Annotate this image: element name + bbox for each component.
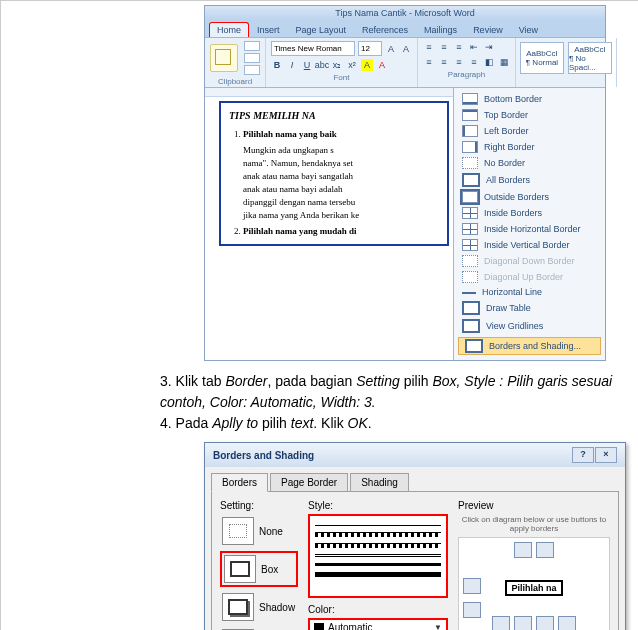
- preview-left-button[interactable]: [463, 602, 481, 618]
- menu-item-label: Borders and Shading...: [489, 341, 581, 351]
- tab-insert[interactable]: Insert: [249, 22, 288, 37]
- subscript-icon[interactable]: x₂: [331, 59, 343, 71]
- setting-shadow[interactable]: Shadow: [220, 591, 298, 623]
- tab-review[interactable]: Review: [465, 22, 511, 37]
- menu-item-borders-and-shading[interactable]: Borders and Shading...: [458, 337, 601, 355]
- menu-item-horizontal-line[interactable]: Horizontal Line: [454, 285, 605, 299]
- menu-item-inside-horizontal-border[interactable]: Inside Horizontal Border: [454, 221, 605, 237]
- numbering-icon[interactable]: ≡: [438, 41, 450, 53]
- menu-item-label: Draw Table: [486, 303, 531, 313]
- grow-font-icon[interactable]: A: [385, 43, 397, 55]
- tab-mailings[interactable]: Mailings: [416, 22, 465, 37]
- preview-sample-text: Pilihlah na: [505, 580, 562, 596]
- menu-item-diagonal-up-border: Diagonal Up Border: [454, 269, 605, 285]
- tab-home[interactable]: Home: [209, 22, 249, 37]
- menu-item-bottom-border[interactable]: Bottom Border: [454, 91, 605, 107]
- setting-label: None: [259, 526, 283, 537]
- superscript-icon[interactable]: x²: [346, 59, 358, 71]
- border-preview-icon: [462, 223, 478, 235]
- highlight-icon[interactable]: A: [361, 59, 373, 71]
- cut-icon[interactable]: [244, 41, 260, 51]
- close-button[interactable]: ×: [595, 447, 617, 463]
- tab-page-border[interactable]: Page Border: [270, 473, 348, 491]
- font-name-select[interactable]: Times New Roman: [271, 41, 355, 56]
- preview-bottom-button[interactable]: [492, 616, 510, 630]
- menu-item-label: All Borders: [486, 175, 530, 185]
- indent-inc-icon[interactable]: ⇥: [483, 41, 495, 53]
- setting-label: Setting:: [220, 500, 298, 511]
- align-right-icon[interactable]: ≡: [453, 56, 465, 68]
- border-preview-icon: [462, 125, 478, 137]
- align-left-icon[interactable]: ≡: [423, 56, 435, 68]
- document-area: TIPS MEMILIH NA Pilihlah nama yang baik …: [205, 88, 453, 360]
- borders-shading-dialog: Borders and Shading ? × Borders Page Bor…: [204, 442, 626, 630]
- strike-icon[interactable]: abc: [316, 59, 328, 71]
- tab-view[interactable]: View: [511, 22, 546, 37]
- menu-item-right-border[interactable]: Right Border: [454, 139, 605, 155]
- multilevel-icon[interactable]: ≡: [453, 41, 465, 53]
- menu-item-inside-vertical-border[interactable]: Inside Vertical Border: [454, 237, 605, 253]
- help-button[interactable]: ?: [572, 447, 594, 463]
- setting-column: Setting: NoneBoxShadow3-DCustom: [220, 500, 298, 630]
- font-size-select[interactable]: 12: [358, 41, 382, 56]
- preview-bottom-button[interactable]: [536, 616, 554, 630]
- menu-item-label: Inside Vertical Border: [484, 240, 570, 250]
- menu-item-inside-borders[interactable]: Inside Borders: [454, 205, 605, 221]
- menu-item-left-border[interactable]: Left Border: [454, 123, 605, 139]
- underline-icon[interactable]: U: [301, 59, 313, 71]
- font-color-icon[interactable]: A: [376, 59, 388, 71]
- format-painter-icon[interactable]: [244, 65, 260, 75]
- setting-label: Box: [261, 564, 278, 575]
- style-column: Style: Color: Automatic▼ Width: 3 pt▼: [308, 500, 448, 630]
- menu-item-outside-borders[interactable]: Outside Borders: [454, 189, 605, 205]
- preview-diagram[interactable]: Pilihlah na: [458, 537, 610, 630]
- border-preview-icon: [465, 339, 483, 353]
- shading-icon[interactable]: ◧: [483, 56, 495, 68]
- border-preview-icon: [462, 173, 480, 187]
- menu-item-view-gridlines[interactable]: View Gridlines: [454, 317, 605, 335]
- preview-hint: Click on diagram below or use buttons to…: [458, 515, 610, 533]
- dialog-title: Borders and Shading: [213, 450, 314, 461]
- italic-icon[interactable]: I: [286, 59, 298, 71]
- borders-icon[interactable]: ▦: [498, 56, 510, 68]
- setting-box[interactable]: Box: [220, 551, 298, 587]
- group-paragraph: ≡ ≡ ≡ ⇤ ⇥ ≡ ≡ ≡ ≡ ◧ ▦ Paragraph: [418, 38, 516, 87]
- indent-dec-icon[interactable]: ⇤: [468, 41, 480, 53]
- doc-li2: Pilihlah nama yang mudah di: [243, 226, 357, 236]
- ribbon-tabs: Home Insert Page Layout References Maili…: [205, 20, 605, 37]
- menu-item-label: Diagonal Down Border: [484, 256, 575, 266]
- preview-top-button[interactable]: [514, 542, 532, 558]
- justify-icon[interactable]: ≡: [468, 56, 480, 68]
- color-select[interactable]: Automatic▼: [308, 618, 448, 630]
- menu-item-draw-table[interactable]: Draw Table: [454, 299, 605, 317]
- menu-item-all-borders[interactable]: All Borders: [454, 171, 605, 189]
- doc-paragraph: Mungkin ada ungkapan s nama". Namun, hen…: [243, 144, 439, 222]
- dialog-titlebar: Borders and Shading ? ×: [205, 443, 625, 467]
- tab-references[interactable]: References: [354, 22, 416, 37]
- tab-shading[interactable]: Shading: [350, 473, 409, 491]
- style-normal[interactable]: AaBbCcI¶ Normal: [520, 42, 564, 74]
- word-window: Tips Nama Cantik - Microsoft Word Home I…: [204, 5, 606, 361]
- instruction-text: 3. Klik tab Border, pada bagian Setting …: [160, 371, 628, 434]
- style-listbox[interactable]: [308, 514, 448, 598]
- style-no-spacing[interactable]: AaBbCcI¶ No Spaci...: [568, 42, 612, 74]
- bold-icon[interactable]: B: [271, 59, 283, 71]
- menu-item-top-border[interactable]: Top Border: [454, 107, 605, 123]
- tab-page-layout[interactable]: Page Layout: [288, 22, 355, 37]
- preview-bottom-button[interactable]: [558, 616, 576, 630]
- preview-bottom-button[interactable]: [514, 616, 532, 630]
- preview-left-button[interactable]: [463, 578, 481, 594]
- copy-icon[interactable]: [244, 53, 260, 63]
- align-center-icon[interactable]: ≡: [438, 56, 450, 68]
- shrink-font-icon[interactable]: A: [400, 43, 412, 55]
- ribbon: Clipboard Times New Roman 12 A A B I U a…: [205, 37, 605, 88]
- border-preview-icon: [462, 319, 480, 333]
- tab-borders[interactable]: Borders: [211, 473, 268, 492]
- window-title: Tips Nama Cantik - Microsoft Word: [205, 6, 605, 20]
- menu-item-no-border[interactable]: No Border: [454, 155, 605, 171]
- paste-button[interactable]: [210, 44, 238, 72]
- bullets-icon[interactable]: ≡: [423, 41, 435, 53]
- preview-top-button[interactable]: [536, 542, 554, 558]
- figure-word-screenshot: Tips Nama Cantik - Microsoft Word Home I…: [204, 5, 628, 361]
- setting-none[interactable]: None: [220, 515, 298, 547]
